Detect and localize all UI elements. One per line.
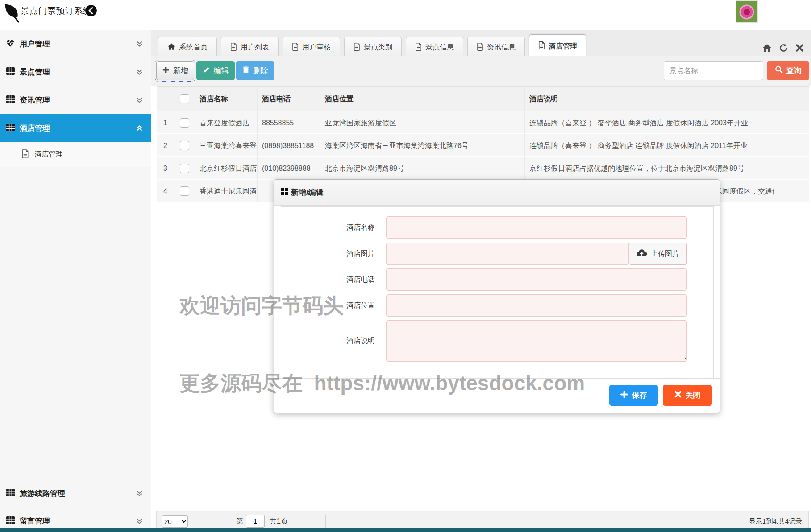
- cell-empty: [774, 157, 809, 180]
- sidebar-item-scenic-management[interactable]: 景点管理: [0, 58, 151, 86]
- cell-hotel-desc: 京红杉假日酒店占据优越的地理位置，位于北京市海淀区双清路89号: [525, 157, 774, 180]
- row-index: 1: [157, 111, 174, 134]
- tab-scenic-category[interactable]: 景点类别: [344, 37, 402, 58]
- pager-divider: [207, 515, 207, 528]
- select-all-checkbox[interactable]: [180, 94, 189, 103]
- tab-label: 景点信息: [425, 43, 454, 52]
- tab-news-info[interactable]: 资讯信息: [467, 37, 525, 58]
- panel-controls: [762, 43, 804, 54]
- header-empty: [774, 87, 809, 111]
- sidebar-item-label: 酒店管理: [20, 123, 50, 133]
- file-icon: [292, 43, 299, 53]
- sidebar-item-user-management[interactable]: 用户管理: [0, 30, 151, 58]
- page-number-input[interactable]: [246, 515, 265, 528]
- row-checkbox-cell: [174, 134, 195, 157]
- row-checkbox[interactable]: [180, 118, 189, 128]
- tab-scenic-info[interactable]: 景点信息: [406, 37, 463, 58]
- chevron-double-down-icon: [136, 41, 143, 49]
- cell-hotel-desc: 连锁品牌（喜来登 ） 奢华酒店 商务型酒店 度假休闲酒店 2003年开业: [525, 111, 774, 134]
- upload-button-label: 上传图片: [651, 249, 679, 259]
- row-index: 3: [157, 157, 174, 180]
- cloud-upload-icon: [636, 249, 647, 259]
- tab-label: 资讯信息: [487, 43, 516, 52]
- delete-button[interactable]: 删除: [236, 61, 274, 80]
- search-input[interactable]: [664, 61, 763, 80]
- chevron-double-down-icon: [136, 97, 143, 105]
- row-checkbox[interactable]: [180, 141, 189, 150]
- file-icon: [354, 43, 360, 53]
- grid-icon: [281, 188, 288, 197]
- table-header-row: 酒店名称 酒店电话 酒店位置 酒店说明: [157, 86, 809, 111]
- file-icon: [477, 43, 483, 53]
- header-divider: [724, 10, 724, 21]
- sidebar: 用户管理 景点管理 资讯管理: [0, 30, 151, 532]
- query-button-label: 查询: [786, 66, 802, 76]
- header-index: [157, 87, 174, 111]
- add-button[interactable]: 新增: [156, 61, 194, 80]
- table-row[interactable]: 2 三亚海棠湾喜来登度假酒店 (0898)38851188 海棠区湾区海南省三亚…: [157, 134, 809, 157]
- chevron-double-down-icon: [136, 490, 143, 499]
- cell-hotel-desc: 连锁品牌（喜来登 ） 商务型酒店 连锁品牌 度假休闲酒店 2011年开业: [525, 134, 774, 157]
- sidebar-item-label: 留言管理: [20, 516, 50, 526]
- plus-icon: [162, 66, 170, 76]
- header-hotel-name: 酒店名称: [195, 87, 258, 111]
- field-label-hotel-location: 酒店位置: [281, 294, 375, 317]
- sidebar-item-news-management[interactable]: 资讯管理: [0, 86, 151, 114]
- cell-hotel-location: 海棠区湾区海南省三亚市海棠湾海棠北路76号: [320, 134, 525, 157]
- page-size-select[interactable]: 20: [162, 515, 188, 528]
- upload-image-button[interactable]: 上传图片: [629, 243, 687, 265]
- collapse-sidebar-icon[interactable]: [85, 4, 97, 17]
- tab-system-home[interactable]: 系统首页: [158, 37, 217, 58]
- tab-strip: 系统首页 用户列表 用户审核 景点类别 景点信息 资讯信息: [158, 34, 586, 58]
- dialog-title: 新增/编辑: [291, 187, 324, 198]
- tab-user-list[interactable]: 用户列表: [221, 37, 279, 58]
- file-icon: [538, 41, 545, 51]
- cell-hotel-location: 亚龙湾国家旅游度假区: [320, 111, 525, 134]
- tab-user-audit[interactable]: 用户审核: [283, 37, 340, 58]
- cell-hotel-name: 北京红杉假日酒店: [195, 157, 258, 180]
- sidebar-subitem-hotel-management[interactable]: 酒店管理: [0, 142, 151, 167]
- close-icon[interactable]: [795, 44, 804, 54]
- table-row[interactable]: 3 北京红杉假日酒店 (010)82398888 北京市海淀区双清路89号 京红…: [157, 157, 809, 180]
- edit-button[interactable]: 编辑: [196, 61, 235, 80]
- tab-label: 用户审核: [302, 43, 331, 52]
- tab-label: 酒店管理: [549, 42, 577, 51]
- table-icon: [5, 516, 15, 526]
- refresh-icon[interactable]: [779, 43, 788, 54]
- sidebar-item-route-management[interactable]: 旅游线路管理: [0, 479, 151, 507]
- dialog-header[interactable]: 新增/编辑: [274, 180, 720, 206]
- home-icon: [167, 43, 175, 52]
- search-icon: [775, 66, 783, 76]
- tab-hotel-management[interactable]: 酒店管理: [529, 34, 586, 58]
- table-row[interactable]: 1 喜来登度假酒店 88558855 亚龙湾国家旅游度假区 连锁品牌（喜来登 ）…: [157, 111, 809, 134]
- avatar[interactable]: [736, 0, 758, 23]
- row-checkbox[interactable]: [180, 186, 189, 196]
- close-dialog-button[interactable]: 关闭: [663, 385, 712, 406]
- file-icon: [230, 43, 237, 53]
- save-button-label: 保存: [632, 390, 647, 400]
- cell-hotel-name: 三亚海棠湾喜来登度假酒店: [195, 134, 258, 157]
- row-checkbox[interactable]: [180, 164, 189, 173]
- sidebar-item-hotel-management[interactable]: 酒店管理: [0, 114, 151, 142]
- hotel-name-input[interactable]: [386, 216, 687, 239]
- query-button[interactable]: 查询: [767, 61, 809, 80]
- row-checkbox-cell: [174, 180, 195, 202]
- x-icon: [674, 391, 682, 400]
- table-icon: [5, 95, 15, 105]
- hotel-location-input[interactable]: [386, 294, 687, 317]
- app-window: 景点门票预订系统 用户管理 景点管理: [0, 0, 811, 532]
- chevron-double-down-icon: [136, 518, 143, 526]
- dialog-form: 酒店名称 酒店图片 上传图片 酒店电话 酒店位置 酒店说明: [281, 206, 714, 378]
- hotel-image-input[interactable]: [386, 243, 629, 265]
- header-hotel-desc: 酒店说明: [525, 87, 774, 111]
- edit-button-label: 编辑: [214, 66, 229, 76]
- dialog-footer: 保存 关闭: [274, 378, 720, 413]
- tab-label: 景点类别: [364, 43, 392, 52]
- hotel-desc-textarea[interactable]: [386, 320, 687, 362]
- save-button[interactable]: 保存: [609, 385, 658, 406]
- hotel-phone-input[interactable]: [386, 268, 687, 291]
- header-checkbox-cell: [174, 87, 195, 111]
- top-header: 景点门票预订系统: [0, 0, 811, 30]
- sidebar-item-label: 资讯管理: [20, 95, 50, 105]
- home-button-icon[interactable]: [762, 44, 772, 54]
